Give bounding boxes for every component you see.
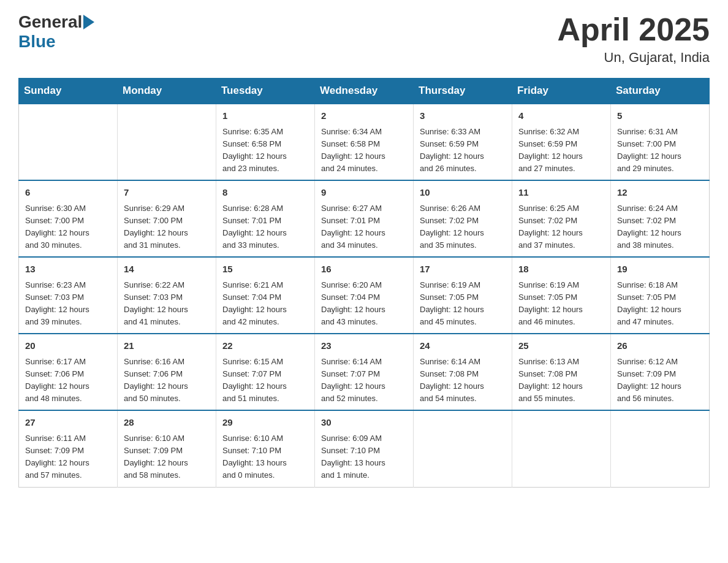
day-of-week-header: Monday (118, 79, 216, 104)
calendar-cell: 13Sunrise: 6:23 AM Sunset: 7:03 PM Dayli… (19, 257, 118, 334)
day-number: 16 (321, 262, 407, 277)
day-number: 25 (518, 339, 604, 353)
day-of-week-header: Saturday (611, 79, 710, 104)
title-area: April 2025 Un, Gujarat, India (557, 12, 710, 66)
calendar-cell: 30Sunrise: 6:09 AM Sunset: 7:10 PM Dayli… (315, 410, 414, 487)
day-info: Sunrise: 6:29 AM Sunset: 7:00 PM Dayligh… (124, 202, 210, 252)
calendar-cell: 18Sunrise: 6:19 AM Sunset: 7:05 PM Dayli… (512, 257, 611, 334)
day-info: Sunrise: 6:10 AM Sunset: 7:10 PM Dayligh… (222, 432, 308, 482)
day-of-week-header: Wednesday (315, 79, 414, 104)
day-info: Sunrise: 6:35 AM Sunset: 6:58 PM Dayligh… (222, 126, 308, 175)
day-number: 1 (222, 109, 308, 123)
day-info: Sunrise: 6:26 AM Sunset: 7:02 PM Dayligh… (420, 202, 506, 252)
day-info: Sunrise: 6:15 AM Sunset: 7:07 PM Dayligh… (222, 356, 308, 405)
calendar-cell (611, 410, 710, 487)
day-number: 13 (25, 262, 111, 277)
calendar-week-row: 13Sunrise: 6:23 AM Sunset: 7:03 PM Dayli… (19, 257, 710, 334)
calendar-cell: 10Sunrise: 6:26 AM Sunset: 7:02 PM Dayli… (414, 180, 512, 257)
day-number: 8 (222, 186, 308, 200)
calendar-cell (19, 104, 118, 180)
day-info: Sunrise: 6:20 AM Sunset: 7:04 PM Dayligh… (321, 279, 407, 329)
day-info: Sunrise: 6:09 AM Sunset: 7:10 PM Dayligh… (321, 432, 407, 482)
day-info: Sunrise: 6:17 AM Sunset: 7:06 PM Dayligh… (25, 356, 111, 405)
day-info: Sunrise: 6:14 AM Sunset: 7:07 PM Dayligh… (321, 356, 407, 405)
day-number: 6 (25, 186, 111, 200)
location-text: Un, Gujarat, India (557, 50, 710, 66)
calendar-cell: 27Sunrise: 6:11 AM Sunset: 7:09 PM Dayli… (19, 410, 118, 487)
calendar-cell: 11Sunrise: 6:25 AM Sunset: 7:02 PM Dayli… (512, 180, 611, 257)
calendar-cell: 9Sunrise: 6:27 AM Sunset: 7:01 PM Daylig… (315, 180, 414, 257)
day-number: 30 (321, 416, 407, 430)
day-number: 19 (617, 262, 703, 277)
day-number: 15 (222, 262, 308, 277)
day-of-week-header: Thursday (414, 79, 512, 104)
logo-general-text: General (18, 12, 82, 32)
day-info: Sunrise: 6:28 AM Sunset: 7:01 PM Dayligh… (222, 202, 308, 252)
day-info: Sunrise: 6:34 AM Sunset: 6:58 PM Dayligh… (321, 126, 407, 175)
calendar-header-row: SundayMondayTuesdayWednesdayThursdayFrid… (19, 79, 710, 104)
day-info: Sunrise: 6:23 AM Sunset: 7:03 PM Dayligh… (25, 279, 111, 329)
calendar-week-row: 20Sunrise: 6:17 AM Sunset: 7:06 PM Dayli… (19, 334, 710, 410)
day-info: Sunrise: 6:12 AM Sunset: 7:09 PM Dayligh… (617, 356, 703, 405)
calendar-cell (118, 104, 216, 180)
day-info: Sunrise: 6:30 AM Sunset: 7:00 PM Dayligh… (25, 202, 111, 252)
day-info: Sunrise: 6:19 AM Sunset: 7:05 PM Dayligh… (420, 279, 506, 329)
day-number: 3 (420, 109, 506, 123)
day-info: Sunrise: 6:13 AM Sunset: 7:08 PM Dayligh… (518, 356, 604, 405)
day-info: Sunrise: 6:22 AM Sunset: 7:03 PM Dayligh… (124, 279, 210, 329)
calendar-cell: 1Sunrise: 6:35 AM Sunset: 6:58 PM Daylig… (216, 104, 315, 180)
calendar-cell: 22Sunrise: 6:15 AM Sunset: 7:07 PM Dayli… (216, 334, 315, 410)
calendar-cell: 2Sunrise: 6:34 AM Sunset: 6:58 PM Daylig… (315, 104, 414, 180)
calendar-table: SundayMondayTuesdayWednesdayThursdayFrid… (18, 78, 710, 487)
day-number: 24 (420, 339, 506, 353)
calendar-cell: 17Sunrise: 6:19 AM Sunset: 7:05 PM Dayli… (414, 257, 512, 334)
logo-blue-text: Blue (18, 32, 56, 52)
day-number: 22 (222, 339, 308, 353)
calendar-cell: 5Sunrise: 6:31 AM Sunset: 7:00 PM Daylig… (611, 104, 710, 180)
day-of-week-header: Friday (512, 79, 611, 104)
day-info: Sunrise: 6:33 AM Sunset: 6:59 PM Dayligh… (420, 126, 506, 175)
day-number: 7 (124, 186, 210, 200)
day-info: Sunrise: 6:18 AM Sunset: 7:05 PM Dayligh… (617, 279, 703, 329)
day-number: 2 (321, 109, 407, 123)
logo: General Blue (18, 12, 96, 52)
day-info: Sunrise: 6:16 AM Sunset: 7:06 PM Dayligh… (124, 356, 210, 405)
calendar-cell: 21Sunrise: 6:16 AM Sunset: 7:06 PM Dayli… (118, 334, 216, 410)
day-info: Sunrise: 6:27 AM Sunset: 7:01 PM Dayligh… (321, 202, 407, 252)
day-info: Sunrise: 6:10 AM Sunset: 7:09 PM Dayligh… (124, 432, 210, 482)
calendar-cell: 7Sunrise: 6:29 AM Sunset: 7:00 PM Daylig… (118, 180, 216, 257)
day-info: Sunrise: 6:11 AM Sunset: 7:09 PM Dayligh… (25, 432, 111, 482)
day-number: 18 (518, 262, 604, 277)
calendar-cell: 12Sunrise: 6:24 AM Sunset: 7:02 PM Dayli… (611, 180, 710, 257)
day-number: 14 (124, 262, 210, 277)
calendar-week-row: 1Sunrise: 6:35 AM Sunset: 6:58 PM Daylig… (19, 104, 710, 180)
day-number: 28 (124, 416, 210, 430)
calendar-week-row: 27Sunrise: 6:11 AM Sunset: 7:09 PM Dayli… (19, 410, 710, 487)
day-info: Sunrise: 6:19 AM Sunset: 7:05 PM Dayligh… (518, 279, 604, 329)
day-of-week-header: Sunday (19, 79, 118, 104)
day-number: 11 (518, 186, 604, 200)
calendar-cell: 26Sunrise: 6:12 AM Sunset: 7:09 PM Dayli… (611, 334, 710, 410)
calendar-cell: 28Sunrise: 6:10 AM Sunset: 7:09 PM Dayli… (118, 410, 216, 487)
day-number: 9 (321, 186, 407, 200)
calendar-cell: 3Sunrise: 6:33 AM Sunset: 6:59 PM Daylig… (414, 104, 512, 180)
calendar-week-row: 6Sunrise: 6:30 AM Sunset: 7:00 PM Daylig… (19, 180, 710, 257)
day-number: 20 (25, 339, 111, 353)
calendar-cell: 25Sunrise: 6:13 AM Sunset: 7:08 PM Dayli… (512, 334, 611, 410)
calendar-cell: 29Sunrise: 6:10 AM Sunset: 7:10 PM Dayli… (216, 410, 315, 487)
day-number: 12 (617, 186, 703, 200)
calendar-cell: 24Sunrise: 6:14 AM Sunset: 7:08 PM Dayli… (414, 334, 512, 410)
day-info: Sunrise: 6:25 AM Sunset: 7:02 PM Dayligh… (518, 202, 604, 252)
day-info: Sunrise: 6:31 AM Sunset: 7:00 PM Dayligh… (617, 126, 703, 175)
calendar-cell: 6Sunrise: 6:30 AM Sunset: 7:00 PM Daylig… (19, 180, 118, 257)
calendar-cell: 8Sunrise: 6:28 AM Sunset: 7:01 PM Daylig… (216, 180, 315, 257)
day-number: 27 (25, 416, 111, 430)
calendar-cell: 14Sunrise: 6:22 AM Sunset: 7:03 PM Dayli… (118, 257, 216, 334)
calendar-cell (414, 410, 512, 487)
day-number: 29 (222, 416, 308, 430)
logo-arrow-icon (83, 15, 94, 29)
day-number: 26 (617, 339, 703, 353)
day-number: 17 (420, 262, 506, 277)
day-number: 10 (420, 186, 506, 200)
calendar-cell: 19Sunrise: 6:18 AM Sunset: 7:05 PM Dayli… (611, 257, 710, 334)
